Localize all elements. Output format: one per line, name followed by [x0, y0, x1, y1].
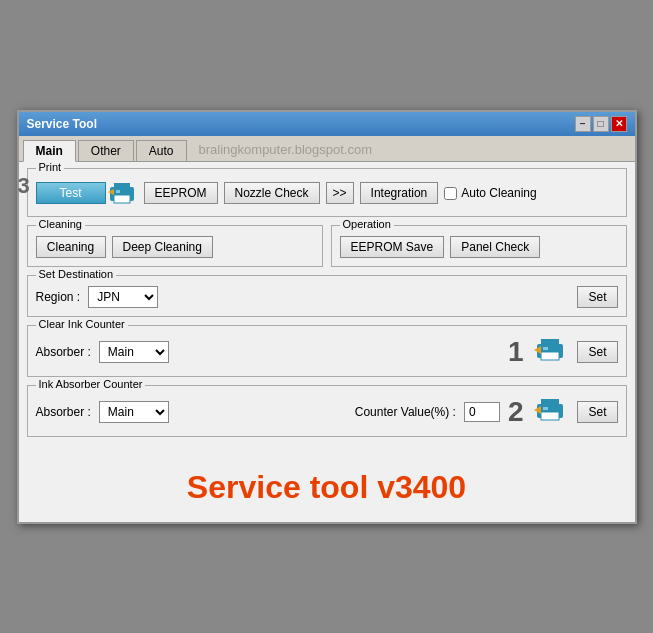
set-destination-button[interactable]: Set — [577, 286, 617, 308]
region-label: Region : — [36, 290, 81, 304]
badge-1: 1 — [508, 336, 524, 368]
print-section-label: Print — [36, 161, 65, 173]
arrow-button[interactable]: >> — [326, 182, 354, 204]
integration-button[interactable]: Integration — [360, 182, 439, 204]
operation-buttons: EEPROM Save Panel Check — [340, 236, 618, 258]
destination-row: Region : JPN Set — [36, 286, 618, 308]
counter-value-label: Counter Value(%) : — [355, 405, 456, 419]
ink-absorber-set-button[interactable]: Set — [577, 401, 617, 423]
svg-rect-2 — [114, 195, 130, 203]
svg-rect-11 — [541, 399, 559, 406]
service-tool-title: Service tool v3400 — [27, 445, 627, 516]
auto-cleaning-checkbox[interactable] — [444, 187, 457, 200]
watermark: bralingkomputer.blogspot.com — [189, 140, 631, 161]
ink-absorber-absorber-select[interactable]: Main — [99, 401, 169, 423]
badge-3: 3 — [18, 173, 30, 199]
clear-ink-absorber-label: Absorber : — [36, 345, 91, 359]
window-title: Service Tool — [27, 117, 97, 131]
test-btn-wrap: 3 Test — [36, 179, 138, 208]
print-row: 3 Test EEPROM No — [36, 179, 618, 208]
ink-absorber-printer-icon — [533, 396, 569, 427]
tab-auto[interactable]: Auto — [136, 140, 187, 161]
printer-icon — [106, 179, 138, 208]
tab-main[interactable]: Main — [23, 140, 76, 162]
operation-section-label: Operation — [340, 218, 394, 230]
svg-rect-1 — [114, 183, 130, 189]
test-print-button[interactable]: Test — [36, 182, 106, 204]
deep-cleaning-button[interactable]: Deep Cleaning — [112, 236, 213, 258]
title-bar: Service Tool – □ ✕ — [19, 112, 635, 136]
ink-absorber-label: Ink Absorber Counter — [36, 378, 146, 390]
window-controls: – □ ✕ — [575, 116, 627, 132]
counter-value-input[interactable] — [464, 402, 500, 422]
svg-rect-3 — [116, 190, 120, 193]
auto-cleaning-wrap: Auto Cleaning — [444, 186, 536, 200]
clear-ink-printer-icon — [533, 336, 569, 367]
auto-cleaning-label: Auto Cleaning — [461, 186, 536, 200]
cleaning-button[interactable]: Cleaning — [36, 236, 106, 258]
badge-2: 2 — [508, 396, 524, 428]
close-button[interactable]: ✕ — [611, 116, 627, 132]
svg-rect-13 — [543, 407, 548, 410]
maximize-button[interactable]: □ — [593, 116, 609, 132]
minimize-button[interactable]: – — [575, 116, 591, 132]
clear-ink-set-button[interactable]: Set — [577, 341, 617, 363]
ink-absorber-row: Absorber : Main Counter Value(%) : 2 — [36, 396, 618, 428]
region-select[interactable]: JPN — [88, 286, 158, 308]
cleaning-section: Cleaning Cleaning Deep Cleaning — [27, 225, 323, 267]
operation-section: Operation EEPROM Save Panel Check — [331, 225, 627, 267]
clear-ink-section: Clear Ink Counter Absorber : Main 1 — [27, 325, 627, 377]
set-destination-label: Set Destination — [36, 268, 117, 280]
svg-rect-12 — [541, 412, 559, 420]
clear-ink-absorber-select[interactable]: Main — [99, 341, 169, 363]
clear-ink-label: Clear Ink Counter — [36, 318, 128, 330]
eeprom-button[interactable]: EEPROM — [144, 182, 218, 204]
cleaning-section-label: Cleaning — [36, 218, 85, 230]
cleaning-operation-row: Cleaning Cleaning Deep Cleaning Operatio… — [27, 225, 627, 267]
cleaning-buttons: Cleaning Deep Cleaning — [36, 236, 314, 258]
eeprom-save-button[interactable]: EEPROM Save — [340, 236, 445, 258]
clear-ink-row: Absorber : Main 1 Set — [36, 336, 618, 368]
ink-absorber-section: Ink Absorber Counter Absorber : Main Cou… — [27, 385, 627, 437]
svg-rect-7 — [541, 352, 559, 360]
print-section: Print 3 Test — [27, 168, 627, 217]
svg-rect-6 — [541, 339, 559, 346]
ink-absorber-absorber-label: Absorber : — [36, 405, 91, 419]
tab-bar: Main Other Auto bralingkomputer.blogspot… — [19, 136, 635, 162]
main-window: Service Tool – □ ✕ Main Other Auto brali… — [17, 110, 637, 524]
svg-rect-8 — [543, 347, 548, 350]
panel-check-button[interactable]: Panel Check — [450, 236, 540, 258]
tab-content: Print 3 Test — [19, 162, 635, 522]
nozzle-check-button[interactable]: Nozzle Check — [224, 182, 320, 204]
set-destination-section: Set Destination Region : JPN Set — [27, 275, 627, 317]
tab-other[interactable]: Other — [78, 140, 134, 161]
